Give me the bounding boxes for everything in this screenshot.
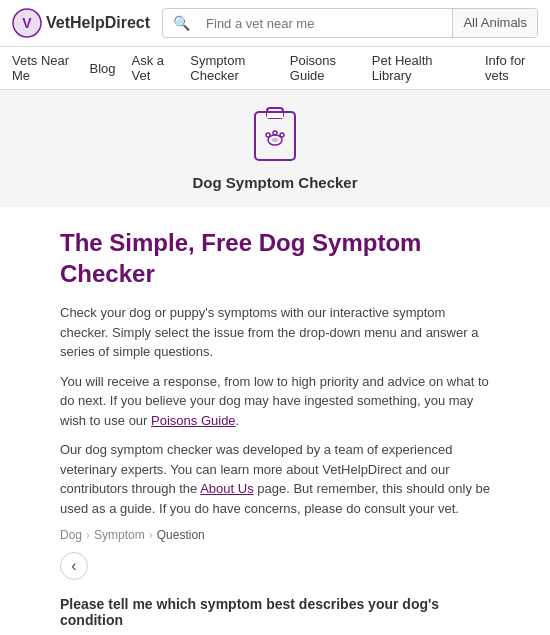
svg-point-10 [272,138,278,142]
nav-vets-near-me[interactable]: Vets Near Me [12,53,73,83]
search-bar: 🔍 All Animals [162,8,538,38]
nav-pet-health-library[interactable]: Pet Health Library [372,53,453,83]
back-icon: ‹ [71,557,76,575]
logo-icon: V [12,8,42,38]
svg-rect-5 [267,113,283,118]
search-dropdown[interactable]: All Animals [452,9,537,37]
nav-symptom-checker[interactable]: Symptom Checker [190,53,273,83]
poisons-guide-link[interactable]: Poisons Guide [151,413,236,428]
main-nav: Vets Near Me Blog Ask a Vet Symptom Chec… [0,47,550,90]
nav-poisons-guide[interactable]: Poisons Guide [290,53,356,83]
svg-point-7 [266,133,270,137]
header: V VetHelpDirect 🔍 All Animals [0,0,550,47]
search-input[interactable] [196,9,452,37]
breadcrumb: Dog › Symptom › Question [60,528,490,542]
description-2: You will receive a response, from low to… [60,372,490,431]
breadcrumb-question: Question [157,528,205,542]
main-content: The Simple, Free Dog Symptom Checker Che… [0,207,550,635]
description-1: Check your dog or puppy's symptoms with … [60,303,490,362]
page-title: The Simple, Free Dog Symptom Checker [60,227,490,289]
nav-info-for-vets[interactable]: Info for vets [485,53,538,83]
about-us-link[interactable]: About Us [200,481,253,496]
search-icon: 🔍 [163,9,196,37]
svg-point-8 [273,131,277,135]
svg-text:V: V [22,15,32,31]
breadcrumb-symptom[interactable]: Symptom [94,528,145,542]
nav-ask-a-vet[interactable]: Ask a Vet [132,53,175,83]
breadcrumb-chevron-2: › [149,528,153,542]
breadcrumb-chevron-1: › [86,528,90,542]
hero-banner: Dog Symptom Checker [0,90,550,207]
hero-icon [245,106,305,166]
hero-title: Dog Symptom Checker [192,174,357,191]
back-button[interactable]: ‹ [60,552,88,580]
logo-text: VetHelpDirect [46,14,150,32]
svg-rect-3 [255,112,295,160]
question-label: Please tell me which symptom best descri… [60,596,490,628]
logo[interactable]: V VetHelpDirect [12,8,150,38]
description-3: Our dog symptom checker was developed by… [60,440,490,518]
breadcrumb-dog[interactable]: Dog [60,528,82,542]
svg-point-9 [280,133,284,137]
nav-blog[interactable]: Blog [89,61,115,76]
